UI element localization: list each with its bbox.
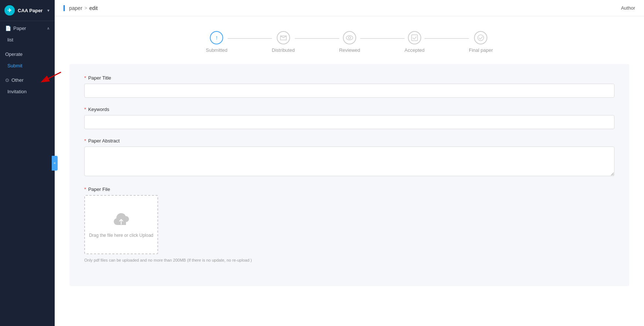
file-required: * bbox=[84, 186, 86, 192]
paper-chevron-icon: ∧ bbox=[47, 26, 50, 30]
upload-dropzone[interactable]: Drag the file here or click Upload bbox=[84, 195, 158, 254]
breadcrumb: paper > edit bbox=[64, 5, 98, 11]
step-icon-distributed bbox=[277, 31, 290, 44]
sidebar-section-other-label: Other bbox=[11, 77, 47, 83]
other-section-icon: ⊙ bbox=[5, 77, 9, 83]
app-name: CAA Paper bbox=[18, 8, 42, 13]
upload-cloud-icon bbox=[112, 212, 130, 230]
svg-point-0 bbox=[346, 36, 353, 40]
progress-steps: ↑ Submitted Distributed Reviewed Accepte… bbox=[55, 16, 644, 64]
step-icon-reviewed bbox=[343, 31, 356, 44]
user-label: Author bbox=[621, 5, 635, 11]
abstract-label: * Paper Abstract bbox=[84, 138, 614, 144]
breadcrumb-edit: edit bbox=[89, 5, 98, 11]
title-label: * Paper Title bbox=[84, 75, 614, 81]
step-reviewed: Reviewed bbox=[339, 31, 360, 53]
sidebar-collapse-tab[interactable]: « bbox=[52, 156, 58, 171]
title-required: * bbox=[84, 75, 86, 81]
form-group-abstract: * Paper Abstract bbox=[84, 138, 614, 178]
step-label-distributed: Distributed bbox=[272, 47, 295, 53]
title-input[interactable] bbox=[84, 84, 614, 98]
step-accepted: Accepted bbox=[405, 31, 425, 53]
abstract-required: * bbox=[84, 138, 86, 144]
sidebar-item-submit[interactable]: Submit bbox=[0, 60, 55, 71]
paper-section-icon: 📄 bbox=[5, 26, 11, 31]
step-distributed: Distributed bbox=[272, 31, 295, 53]
connector-3 bbox=[360, 38, 405, 39]
step-label-accepted: Accepted bbox=[405, 47, 425, 53]
sidebar-section-operate[interactable]: Operate bbox=[0, 46, 55, 60]
sidebar-section-paper-label: Paper bbox=[13, 26, 47, 31]
sidebar-toggle-icon[interactable]: ▼ bbox=[47, 9, 50, 13]
step-label-final: Final paper bbox=[469, 47, 493, 53]
sidebar-logo: ✈ CAA Paper ▼ bbox=[0, 0, 55, 21]
step-final: Final paper bbox=[469, 31, 493, 53]
keywords-required: * bbox=[84, 107, 86, 112]
step-icon-accepted bbox=[408, 31, 421, 44]
form-group-file: * Paper File Drag the file here or clic bbox=[84, 186, 614, 262]
main-content: paper > edit Author ↑ Submitted Distribu… bbox=[55, 0, 644, 326]
upload-hint: Only pdf files can be uploaded and no mo… bbox=[84, 258, 252, 262]
breadcrumb-paper[interactable]: paper bbox=[69, 5, 82, 11]
step-icon-final bbox=[474, 31, 487, 44]
svg-rect-2 bbox=[412, 35, 418, 41]
connector-2 bbox=[295, 38, 339, 39]
svg-point-1 bbox=[348, 37, 351, 39]
abstract-input[interactable] bbox=[84, 147, 614, 176]
step-submitted: ↑ Submitted bbox=[206, 31, 228, 53]
sidebar: ✈ CAA Paper ▼ 📄 Paper ∧ list Operate Sub… bbox=[0, 0, 55, 326]
other-chevron-icon: ∧ bbox=[47, 78, 50, 82]
svg-point-3 bbox=[478, 35, 484, 41]
step-label-reviewed: Reviewed bbox=[339, 47, 360, 53]
paper-edit-form: * Paper Title * Keywords * Paper Abstrac… bbox=[69, 64, 629, 286]
sidebar-section-paper[interactable]: 📄 Paper ∧ bbox=[0, 21, 55, 34]
sidebar-section-operate-label: Operate bbox=[5, 51, 50, 57]
connector-4 bbox=[425, 38, 469, 39]
topbar: paper > edit Author bbox=[55, 0, 644, 16]
step-icon-submitted: ↑ bbox=[210, 31, 223, 44]
connector-1 bbox=[228, 38, 272, 39]
breadcrumb-bar bbox=[64, 5, 65, 11]
app-logo-icon: ✈ bbox=[4, 5, 15, 16]
upload-text: Drag the file here or click Upload bbox=[86, 233, 156, 238]
sidebar-section-other[interactable]: ⊙ Other ∧ bbox=[0, 71, 55, 86]
sidebar-item-invitation[interactable]: Invitation bbox=[0, 86, 55, 97]
step-label-submitted: Submitted bbox=[206, 47, 228, 53]
keywords-label: * Keywords bbox=[84, 107, 614, 112]
keywords-input[interactable] bbox=[84, 115, 614, 129]
form-group-title: * Paper Title bbox=[84, 75, 614, 98]
file-label: * Paper File bbox=[84, 186, 614, 192]
form-group-keywords: * Keywords bbox=[84, 107, 614, 129]
sidebar-item-list[interactable]: list bbox=[0, 34, 55, 46]
breadcrumb-separator: > bbox=[85, 6, 87, 11]
file-upload-area: Drag the file here or click Upload Only … bbox=[84, 195, 614, 262]
